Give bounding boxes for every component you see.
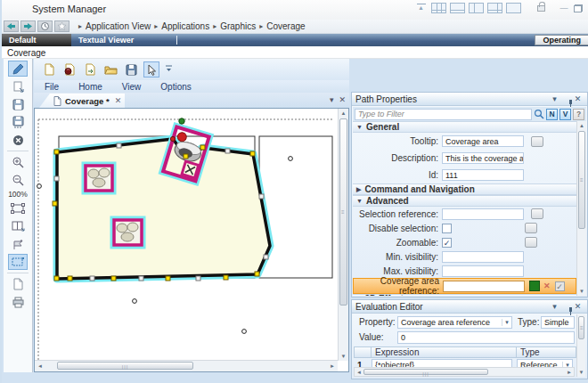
canvas-vertical-scrollbar[interactable]: ▲ ≡ ▼	[338, 109, 348, 361]
tooltip-evaluate-button[interactable]	[531, 136, 543, 147]
viewport-tool-button[interactable]	[8, 254, 28, 270]
breadcrumb-item-graphics[interactable]: Graphics	[220, 21, 256, 31]
menu-home[interactable]: Home	[78, 82, 102, 92]
minimize-button[interactable]: —	[558, 4, 570, 12]
section-3d-effects[interactable]: ▶3D Effects	[353, 294, 576, 296]
breadcrumb-item-applications[interactable]: Applications	[161, 21, 209, 31]
save-document-button[interactable]	[123, 61, 139, 77]
zoomable-checkbox[interactable]: ✓	[442, 238, 452, 248]
open-folder-button[interactable]	[102, 61, 118, 77]
menu-options[interactable]: Options	[160, 82, 191, 92]
layout-left-icon[interactable]	[469, 3, 484, 13]
coverage-area-reference-input[interactable]	[443, 281, 525, 292]
panel-menu-icon[interactable]: ▾	[549, 94, 560, 103]
id-input[interactable]: 111	[442, 169, 524, 181]
close-tab-icon[interactable]: ✕	[115, 96, 122, 105]
layout-quad-icon[interactable]	[487, 3, 502, 13]
operating-mode-button[interactable]: Operating	[535, 35, 588, 45]
scroll-left-icon[interactable]: ◄	[37, 363, 43, 369]
section-command-navigation[interactable]: ▶Command and Navigation	[353, 183, 576, 195]
restore-button[interactable]	[574, 4, 583, 12]
breadcrumb-item-application-view[interactable]: Application View	[86, 21, 151, 31]
min-visibility-input[interactable]	[442, 251, 524, 263]
scroll-thumb[interactable]: ≡	[578, 131, 585, 229]
vertical-scroll-thumb[interactable]: ≡	[339, 118, 347, 306]
scroll-right-icon[interactable]: ►	[330, 363, 335, 369]
tab-default[interactable]: Default	[2, 34, 71, 46]
history-icon[interactable]	[37, 20, 53, 32]
split-view-button[interactable]	[8, 218, 28, 234]
save-as-button[interactable]	[8, 114, 28, 130]
filter-help-button[interactable]: ?	[573, 109, 584, 120]
back-button[interactable]	[4, 20, 19, 32]
evaluation-horizontal-scrollbar[interactable]: ◄ ||| ►	[354, 367, 575, 377]
zoom-in-button[interactable]	[8, 154, 28, 170]
selection-reference-evaluate-button[interactable]	[531, 208, 543, 219]
dropdown-arrow-icon[interactable]: ▾	[502, 319, 511, 326]
vertex-handle-red[interactable]	[170, 136, 175, 141]
layout-single-icon[interactable]	[506, 3, 521, 13]
lock-icon[interactable]	[537, 5, 545, 12]
zoom-out-button[interactable]	[8, 172, 28, 188]
horizontal-scroll-thumb[interactable]: |||	[57, 362, 193, 370]
collapse-panel-icon[interactable]	[415, 3, 428, 13]
select-tool-button[interactable]	[143, 61, 159, 77]
rotation-handle[interactable]	[179, 118, 184, 124]
open-page-button[interactable]	[82, 61, 98, 77]
filter-name-button[interactable]: N	[546, 109, 558, 120]
filter-input[interactable]: Type to Filter	[355, 109, 532, 120]
close-panel-icon[interactable]: ✕	[572, 302, 584, 311]
selection-reference-input[interactable]	[442, 208, 524, 220]
filter-value-button[interactable]: V	[559, 109, 571, 120]
page-setup-button[interactable]	[8, 276, 28, 292]
section-general[interactable]: ▼General	[353, 121, 576, 133]
section-advanced[interactable]: ▼Advanced	[353, 195, 576, 207]
property-dropdown[interactable]: Coverage area reference ▾	[397, 316, 512, 329]
zoomable-evaluate-button[interactable]	[525, 237, 537, 248]
menu-file[interactable]: File	[45, 82, 59, 92]
scroll-up-icon[interactable]: ▲	[339, 110, 348, 116]
disable-selection-evaluate-button[interactable]	[525, 223, 537, 233]
fit-to-view-button[interactable]	[8, 200, 28, 216]
pan-tool-button[interactable]	[8, 236, 28, 252]
edit-mode-button[interactable]	[8, 61, 28, 77]
max-visibility-input[interactable]	[442, 265, 524, 277]
tab-list-dropdown-icon[interactable]: ▾	[330, 95, 334, 104]
plant-image-1[interactable]	[84, 164, 114, 192]
print-button[interactable]	[8, 294, 28, 310]
evaluation-vertical-scrollbar[interactable]: ≡ ▼	[576, 314, 585, 377]
forward-button[interactable]	[20, 20, 36, 32]
import-page-button[interactable]	[8, 78, 28, 94]
type-column-header[interactable]: Type	[517, 346, 576, 358]
plant-image-2[interactable]	[112, 218, 143, 247]
layout-bottom-icon[interactable]	[450, 3, 465, 13]
canvas-horizontal-scrollbar[interactable]: ◄ ||| ►	[35, 360, 338, 371]
panel-menu-icon[interactable]: ▾	[549, 302, 560, 311]
scroll-left-icon[interactable]: ◄	[356, 370, 362, 375]
tooltip-input[interactable]: Coverage area	[442, 135, 524, 147]
menu-view[interactable]: View	[122, 82, 142, 92]
evaluation-editor-titlebar[interactable]: Evaluation Editor ▾ ✕	[352, 300, 587, 314]
new-from-template-button[interactable]	[61, 61, 78, 77]
description-input[interactable]: This is the coverage area of th	[442, 152, 524, 164]
scroll-right-icon[interactable]: ►	[567, 370, 572, 375]
path-properties-titlebar[interactable]: Path Properties ▾ ✕	[352, 93, 587, 106]
drawing-canvas[interactable]: ▲ ≡ ▼ ◄ ||| ►	[34, 108, 349, 372]
breadcrumb-item-coverage[interactable]: Coverage	[266, 21, 305, 31]
scroll-down-icon[interactable]: ▼	[577, 370, 585, 375]
close-panel-icon[interactable]: ✕	[572, 94, 584, 103]
close-document-icon[interactable]: ✕	[339, 95, 346, 104]
scroll-down-icon[interactable]: ▼	[577, 289, 586, 294]
toolbar-overflow-icon[interactable]	[166, 65, 172, 74]
value-field[interactable]: 0	[397, 331, 575, 344]
confirm-reference-checkbox[interactable]: ✓	[555, 281, 565, 291]
scroll-down-icon[interactable]: ▼	[339, 354, 348, 359]
save-button[interactable]	[8, 96, 28, 112]
disable-selection-checkbox[interactable]	[442, 224, 452, 233]
type-field[interactable]: Simple	[541, 316, 575, 329]
zoom-level-button[interactable]: 100%	[4, 190, 32, 199]
new-document-button[interactable]	[41, 61, 57, 77]
cancel-button[interactable]	[8, 132, 28, 148]
scroll-thumb[interactable]: |||	[363, 369, 488, 375]
scroll-thumb[interactable]: ≡	[578, 316, 584, 339]
